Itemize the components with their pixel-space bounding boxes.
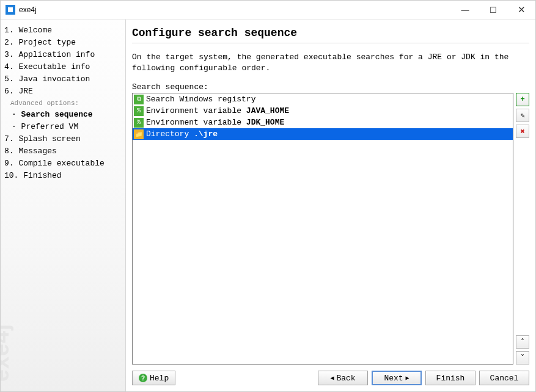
step-messages[interactable]: 8. Messages [4,145,120,158]
list-item[interactable]: %Environment variable JDK_HOME [133,117,513,128]
finish-button[interactable]: Finish [425,371,475,385]
advanced-options-label: Advanced options: [4,98,120,109]
step-application-info[interactable]: 3. Application info [4,49,120,61]
add-button[interactable]: + [516,93,529,106]
list-toolbar: + ✎ ✖ ˄ ˅ [516,93,529,365]
dir-icon: 📁 [134,129,144,139]
step-splash-screen[interactable]: 7. Splash screen [4,133,120,145]
delete-button[interactable]: ✖ [516,125,529,138]
env-icon: % [134,118,144,128]
step-java-invocation[interactable]: 5. Java invocation [4,73,120,85]
reg-icon: ⧉ [134,95,144,104]
list-item[interactable]: ⧉Search Windows registry [133,93,513,105]
cancel-button[interactable]: Cancel [479,371,529,385]
cancel-label: Cancel [490,374,519,383]
list-item[interactable]: %Environment variable JAVA_HOME [133,105,513,117]
list-item-label: Search Windows registry [146,95,255,104]
close-button[interactable]: ✕ [507,1,535,19]
list-item-label: Directory .\jre [146,129,218,139]
window-title: exe4j [19,5,451,14]
move-up-button[interactable]: ˄ [516,335,529,349]
back-button[interactable]: ◀ Back [318,371,368,385]
move-down-button[interactable]: ˅ [516,351,529,365]
wizard-sidebar: 1. Welcome 2. Project type 3. Applicatio… [1,20,126,391]
main-panel: Configure search sequence On the target … [126,20,535,391]
back-label: Back [336,374,355,383]
list-item-label: Environment variable JAVA_HOME [146,106,289,115]
help-button[interactable]: ? Help [132,371,175,385]
next-button[interactable]: Next ▶ [372,371,422,385]
help-icon: ? [139,374,147,382]
next-label: Next [384,374,403,383]
window-controls: — ☐ ✕ [451,1,535,19]
step-welcome[interactable]: 1. Welcome [4,24,120,37]
titlebar: exe4j — ☐ ✕ [1,1,535,20]
step-finished[interactable]: 10. Finished [4,170,120,182]
step-project-type[interactable]: 2. Project type [4,37,120,49]
page-heading: Configure search sequence [132,27,529,43]
minimize-button[interactable]: — [451,1,479,19]
search-sequence-list[interactable]: ⧉Search Windows registry%Environment var… [132,93,513,365]
substep-search-sequence[interactable]: · Search sequence [4,109,120,121]
footer: ? Help ◀ Back Next ▶ Finish Cancel [132,365,529,385]
edit-button[interactable]: ✎ [516,109,529,122]
list-item-label: Environment variable JDK_HOME [146,118,284,127]
step-compile-executable[interactable]: 9. Compile executable [4,158,120,170]
env-icon: % [134,106,144,116]
finish-label: Finish [436,374,465,383]
page-description: On the target system, the generated exec… [132,52,529,74]
step-executable-info[interactable]: 4. Executable info [4,61,120,73]
list-item[interactable]: 📁Directory .\jre [133,128,513,140]
watermark: exe4j [0,324,14,382]
help-label: Help [150,374,169,383]
substep-preferred-vm[interactable]: · Preferred VM [4,121,120,133]
triangle-left-icon: ◀ [330,374,334,382]
step-jre[interactable]: 6. JRE [4,85,120,98]
maximize-button[interactable]: ☐ [479,1,507,19]
triangle-right-icon: ▶ [406,374,409,382]
list-label: Search sequence: [132,82,529,92]
app-icon [6,5,15,15]
